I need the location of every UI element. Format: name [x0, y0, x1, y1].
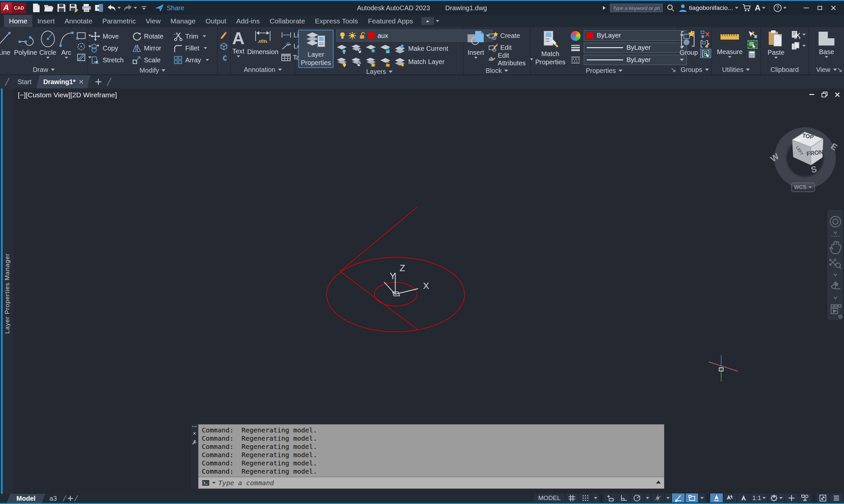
pan-icon[interactable] — [830, 242, 841, 254]
orbit-chevron[interactable] — [834, 297, 837, 299]
command-recent-chevron[interactable] — [212, 482, 216, 484]
block-panel-label[interactable]: Block — [464, 67, 530, 74]
osnap-settings-chevron[interactable] — [699, 493, 705, 502]
ribbon-tab[interactable]: Express Tools — [310, 15, 363, 27]
array-tool[interactable]: Array — [173, 54, 212, 66]
trim-tool[interactable]: Trim — [173, 31, 212, 42]
help-button[interactable]: ? — [774, 4, 787, 12]
maximize-button[interactable] — [817, 6, 822, 10]
ribbon-collapse-button[interactable] — [421, 17, 434, 25]
layer-thaw-button-icon[interactable] — [365, 57, 376, 67]
showmotion-icon[interactable] — [831, 305, 834, 307]
new-drawing-tab-button[interactable] — [95, 78, 102, 86]
navigation-wheel-chevron[interactable] — [834, 232, 837, 234]
ribbon-collapse-chevron[interactable] — [436, 20, 439, 22]
viewport-controls-label[interactable]: [−][Custom View][2D Wireframe] — [18, 91, 117, 99]
draw-panel-label[interactable]: Draw — [0, 65, 87, 74]
ribbon-tab[interactable]: Featured Apps — [363, 15, 418, 27]
copy-tool[interactable]: Copy — [91, 42, 132, 54]
command-window-rail[interactable]: × — [191, 424, 198, 489]
layers-panel-label[interactable]: Layers — [295, 68, 463, 75]
save-button[interactable] — [56, 2, 67, 14]
group-selection-toggle[interactable] — [700, 49, 711, 58]
object-snap-toggle[interactable] — [672, 493, 685, 502]
annotation-monitor-toggle[interactable] — [785, 493, 798, 502]
ribbon-tab[interactable]: View — [141, 15, 166, 27]
command-drag-handle[interactable] — [192, 426, 197, 427]
measure-chevron[interactable] — [728, 56, 731, 58]
undo-button[interactable] — [106, 2, 117, 14]
clean-screen-toggle[interactable] — [816, 493, 829, 502]
a3-layout-tab[interactable]: a3 — [44, 495, 62, 502]
line-tool[interactable]: Line — [0, 30, 12, 65]
ribbon-tab[interactable]: Annotate — [60, 15, 98, 27]
text-chevron[interactable] — [237, 55, 240, 57]
make-current-button[interactable]: Make Current — [394, 43, 448, 54]
search-expand-icon[interactable] — [603, 6, 606, 10]
layer-freeze-icon[interactable] — [365, 44, 376, 54]
annotation-autoscale-toggle[interactable] — [724, 493, 736, 502]
polyline-tool[interactable]: Polyline — [14, 30, 37, 65]
overkill-icon[interactable] — [220, 54, 228, 62]
model-space-toggle[interactable]: MODEL — [534, 493, 565, 502]
navigation-bar[interactable] — [827, 210, 843, 320]
quick-select-icon[interactable] — [747, 30, 757, 39]
match-properties-button[interactable]: Match Properties — [533, 30, 567, 67]
autodesk-account-button[interactable]: A — [755, 3, 765, 13]
viewcube-south-label[interactable]: S — [810, 164, 817, 175]
layer-unlock-button-icon[interactable] — [380, 57, 391, 67]
model-viewport[interactable]: XYZ [−][Custom View][2D Wireframe] TOP — [14, 88, 844, 494]
insert-chevron[interactable] — [474, 57, 478, 59]
copy-clip-chevron[interactable] — [803, 45, 806, 47]
layer-unisolate-icon[interactable] — [351, 57, 362, 67]
layer-properties-palette-strip[interactable]: Layer Properties Manager — [0, 88, 14, 494]
arc-chevron[interactable] — [65, 57, 68, 59]
navigation-wheel-icon[interactable] — [830, 216, 841, 227]
command-input-row[interactable]: Type a command — [199, 476, 664, 488]
lineweight-icon[interactable] — [571, 44, 581, 53]
command-history[interactable]: Command: Regenerating model.Command: Reg… — [199, 425, 664, 476]
ribbon-tab[interactable]: Output — [201, 15, 231, 27]
fillet-chevron[interactable] — [204, 47, 207, 49]
text-tool[interactable]: A Text — [232, 30, 245, 65]
ungroup-icon[interactable] — [700, 30, 710, 39]
annotation-visibility-toggle[interactable] — [710, 493, 723, 502]
create-block-tool[interactable]: Create — [488, 30, 533, 41]
start-tab[interactable]: Start — [12, 75, 37, 88]
explode-icon[interactable] — [220, 42, 228, 51]
copy-clip-tool[interactable] — [791, 41, 806, 50]
object-color-select[interactable]: ByLayer — [584, 30, 687, 40]
new-layout-button[interactable] — [67, 495, 74, 502]
command-settings-wrench-icon[interactable] — [192, 440, 197, 445]
rotate-tool[interactable]: Rotate — [132, 31, 173, 42]
layer-isolate-icon[interactable] — [351, 44, 362, 54]
ribbon-tab[interactable]: Collaborate — [264, 15, 310, 27]
zoom-chevron[interactable] — [834, 274, 837, 276]
base-chevron[interactable] — [825, 56, 828, 58]
layer-on-button-icon[interactable] — [336, 57, 347, 67]
mirror-tool[interactable]: Mirror — [132, 42, 173, 54]
dynamic-input-toggle[interactable] — [686, 493, 698, 502]
properties-panel-label[interactable]: Properties — [531, 67, 677, 74]
scale-select[interactable]: 1:1 — [751, 493, 768, 502]
command-window[interactable]: × Command: Regenerating model.Command: R… — [191, 424, 665, 489]
ribbon-tab[interactable]: Home — [4, 15, 32, 27]
properties-panel-launcher[interactable] — [671, 68, 676, 72]
zoom-icon[interactable] — [830, 259, 836, 265]
cut-chevron[interactable] — [803, 34, 806, 36]
customization-menu[interactable] — [830, 493, 843, 502]
isolate-objects-toggle[interactable] — [799, 493, 811, 502]
layer-properties-button[interactable]: Layer Properties — [298, 30, 333, 68]
ortho-toggle[interactable] — [618, 493, 630, 502]
match-layer-button[interactable]: Match Layer — [394, 56, 445, 68]
utilities-panel-label[interactable]: Utilities — [712, 65, 760, 74]
new-file-button[interactable] — [31, 2, 42, 14]
circle-chevron[interactable] — [46, 57, 50, 59]
paste-chevron[interactable] — [774, 57, 778, 59]
linetype-select[interactable]: ByLayer — [584, 55, 687, 65]
redo-button[interactable] — [122, 2, 133, 14]
dimension-tool[interactable]: Dimension — [247, 30, 278, 65]
erase-icon[interactable] — [220, 30, 228, 39]
ucs-z-label[interactable]: Z — [399, 263, 405, 273]
measure-tool[interactable]: Measure — [714, 30, 745, 65]
